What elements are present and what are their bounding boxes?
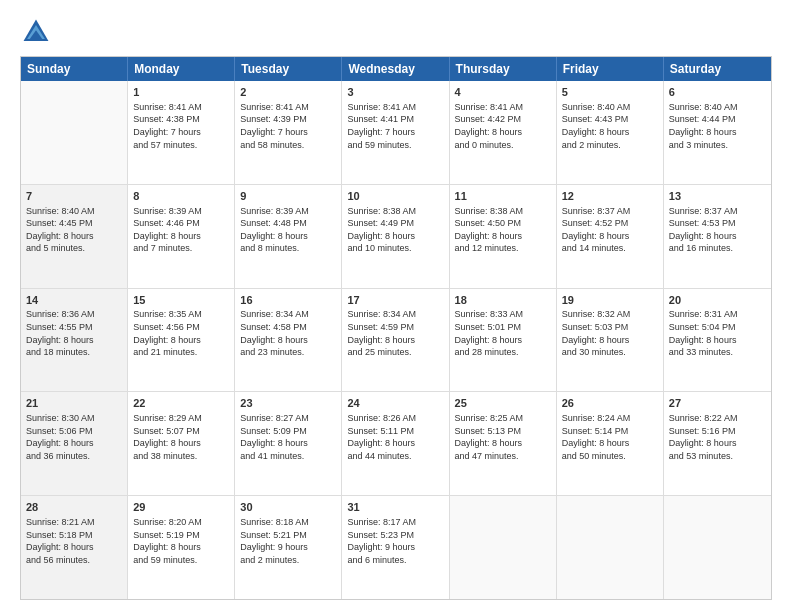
day-number: 4 xyxy=(455,85,551,100)
cell-info: Sunrise: 8:40 AMSunset: 4:43 PMDaylight:… xyxy=(562,101,658,151)
calendar-row-3: 21Sunrise: 8:30 AMSunset: 5:06 PMDayligh… xyxy=(21,392,771,496)
calendar-cell-1-0: 7Sunrise: 8:40 AMSunset: 4:45 PMDaylight… xyxy=(21,185,128,288)
calendar-cell-2-3: 17Sunrise: 8:34 AMSunset: 4:59 PMDayligh… xyxy=(342,289,449,392)
calendar-cell-1-2: 9Sunrise: 8:39 AMSunset: 4:48 PMDaylight… xyxy=(235,185,342,288)
calendar-cell-1-5: 12Sunrise: 8:37 AMSunset: 4:52 PMDayligh… xyxy=(557,185,664,288)
cell-info: Sunrise: 8:22 AMSunset: 5:16 PMDaylight:… xyxy=(669,412,766,462)
calendar-cell-4-4 xyxy=(450,496,557,599)
calendar-cell-4-0: 28Sunrise: 8:21 AMSunset: 5:18 PMDayligh… xyxy=(21,496,128,599)
calendar-cell-2-6: 20Sunrise: 8:31 AMSunset: 5:04 PMDayligh… xyxy=(664,289,771,392)
calendar-cell-3-1: 22Sunrise: 8:29 AMSunset: 5:07 PMDayligh… xyxy=(128,392,235,495)
cell-info: Sunrise: 8:27 AMSunset: 5:09 PMDaylight:… xyxy=(240,412,336,462)
day-number: 11 xyxy=(455,189,551,204)
cell-info: Sunrise: 8:41 AMSunset: 4:42 PMDaylight:… xyxy=(455,101,551,151)
day-number: 12 xyxy=(562,189,658,204)
calendar-row-0: 1Sunrise: 8:41 AMSunset: 4:38 PMDaylight… xyxy=(21,81,771,185)
cell-info: Sunrise: 8:29 AMSunset: 5:07 PMDaylight:… xyxy=(133,412,229,462)
cell-info: Sunrise: 8:38 AMSunset: 4:50 PMDaylight:… xyxy=(455,205,551,255)
calendar-cell-2-4: 18Sunrise: 8:33 AMSunset: 5:01 PMDayligh… xyxy=(450,289,557,392)
day-number: 31 xyxy=(347,500,443,515)
header xyxy=(20,16,772,48)
cell-info: Sunrise: 8:24 AMSunset: 5:14 PMDaylight:… xyxy=(562,412,658,462)
cell-info: Sunrise: 8:33 AMSunset: 5:01 PMDaylight:… xyxy=(455,308,551,358)
day-number: 17 xyxy=(347,293,443,308)
calendar-cell-4-3: 31Sunrise: 8:17 AMSunset: 5:23 PMDayligh… xyxy=(342,496,449,599)
calendar-cell-4-1: 29Sunrise: 8:20 AMSunset: 5:19 PMDayligh… xyxy=(128,496,235,599)
calendar-cell-0-0 xyxy=(21,81,128,184)
cell-info: Sunrise: 8:38 AMSunset: 4:49 PMDaylight:… xyxy=(347,205,443,255)
day-number: 20 xyxy=(669,293,766,308)
header-day-friday: Friday xyxy=(557,57,664,81)
cell-info: Sunrise: 8:25 AMSunset: 5:13 PMDaylight:… xyxy=(455,412,551,462)
cell-info: Sunrise: 8:40 AMSunset: 4:45 PMDaylight:… xyxy=(26,205,122,255)
day-number: 30 xyxy=(240,500,336,515)
calendar-cell-4-5 xyxy=(557,496,664,599)
day-number: 15 xyxy=(133,293,229,308)
calendar-cell-2-1: 15Sunrise: 8:35 AMSunset: 4:56 PMDayligh… xyxy=(128,289,235,392)
day-number: 1 xyxy=(133,85,229,100)
calendar-row-2: 14Sunrise: 8:36 AMSunset: 4:55 PMDayligh… xyxy=(21,289,771,393)
cell-info: Sunrise: 8:34 AMSunset: 4:58 PMDaylight:… xyxy=(240,308,336,358)
day-number: 10 xyxy=(347,189,443,204)
calendar-cell-3-2: 23Sunrise: 8:27 AMSunset: 5:09 PMDayligh… xyxy=(235,392,342,495)
cell-info: Sunrise: 8:31 AMSunset: 5:04 PMDaylight:… xyxy=(669,308,766,358)
cell-info: Sunrise: 8:37 AMSunset: 4:52 PMDaylight:… xyxy=(562,205,658,255)
day-number: 26 xyxy=(562,396,658,411)
calendar-body: 1Sunrise: 8:41 AMSunset: 4:38 PMDaylight… xyxy=(21,81,771,599)
calendar-cell-0-5: 5Sunrise: 8:40 AMSunset: 4:43 PMDaylight… xyxy=(557,81,664,184)
header-day-monday: Monday xyxy=(128,57,235,81)
cell-info: Sunrise: 8:39 AMSunset: 4:46 PMDaylight:… xyxy=(133,205,229,255)
cell-info: Sunrise: 8:41 AMSunset: 4:38 PMDaylight:… xyxy=(133,101,229,151)
day-number: 8 xyxy=(133,189,229,204)
day-number: 19 xyxy=(562,293,658,308)
calendar-cell-3-4: 25Sunrise: 8:25 AMSunset: 5:13 PMDayligh… xyxy=(450,392,557,495)
cell-info: Sunrise: 8:36 AMSunset: 4:55 PMDaylight:… xyxy=(26,308,122,358)
calendar-header: SundayMondayTuesdayWednesdayThursdayFrid… xyxy=(21,57,771,81)
calendar-cell-1-4: 11Sunrise: 8:38 AMSunset: 4:50 PMDayligh… xyxy=(450,185,557,288)
day-number: 5 xyxy=(562,85,658,100)
day-number: 25 xyxy=(455,396,551,411)
calendar-cell-2-5: 19Sunrise: 8:32 AMSunset: 5:03 PMDayligh… xyxy=(557,289,664,392)
calendar-row-4: 28Sunrise: 8:21 AMSunset: 5:18 PMDayligh… xyxy=(21,496,771,599)
day-number: 9 xyxy=(240,189,336,204)
calendar-cell-0-2: 2Sunrise: 8:41 AMSunset: 4:39 PMDaylight… xyxy=(235,81,342,184)
cell-info: Sunrise: 8:40 AMSunset: 4:44 PMDaylight:… xyxy=(669,101,766,151)
cell-info: Sunrise: 8:18 AMSunset: 5:21 PMDaylight:… xyxy=(240,516,336,566)
cell-info: Sunrise: 8:37 AMSunset: 4:53 PMDaylight:… xyxy=(669,205,766,255)
day-number: 27 xyxy=(669,396,766,411)
calendar-cell-2-2: 16Sunrise: 8:34 AMSunset: 4:58 PMDayligh… xyxy=(235,289,342,392)
cell-info: Sunrise: 8:34 AMSunset: 4:59 PMDaylight:… xyxy=(347,308,443,358)
cell-info: Sunrise: 8:20 AMSunset: 5:19 PMDaylight:… xyxy=(133,516,229,566)
day-number: 23 xyxy=(240,396,336,411)
cell-info: Sunrise: 8:17 AMSunset: 5:23 PMDaylight:… xyxy=(347,516,443,566)
logo xyxy=(20,16,56,48)
day-number: 28 xyxy=(26,500,122,515)
day-number: 16 xyxy=(240,293,336,308)
day-number: 7 xyxy=(26,189,122,204)
calendar-cell-3-6: 27Sunrise: 8:22 AMSunset: 5:16 PMDayligh… xyxy=(664,392,771,495)
logo-icon xyxy=(20,16,52,48)
calendar-cell-4-2: 30Sunrise: 8:18 AMSunset: 5:21 PMDayligh… xyxy=(235,496,342,599)
page: SundayMondayTuesdayWednesdayThursdayFrid… xyxy=(0,0,792,612)
day-number: 21 xyxy=(26,396,122,411)
calendar-cell-1-3: 10Sunrise: 8:38 AMSunset: 4:49 PMDayligh… xyxy=(342,185,449,288)
day-number: 24 xyxy=(347,396,443,411)
calendar-cell-0-6: 6Sunrise: 8:40 AMSunset: 4:44 PMDaylight… xyxy=(664,81,771,184)
calendar-cell-0-1: 1Sunrise: 8:41 AMSunset: 4:38 PMDaylight… xyxy=(128,81,235,184)
calendar-cell-2-0: 14Sunrise: 8:36 AMSunset: 4:55 PMDayligh… xyxy=(21,289,128,392)
header-day-sunday: Sunday xyxy=(21,57,128,81)
day-number: 18 xyxy=(455,293,551,308)
calendar-cell-0-4: 4Sunrise: 8:41 AMSunset: 4:42 PMDaylight… xyxy=(450,81,557,184)
calendar-cell-4-6 xyxy=(664,496,771,599)
header-day-tuesday: Tuesday xyxy=(235,57,342,81)
calendar-cell-1-1: 8Sunrise: 8:39 AMSunset: 4:46 PMDaylight… xyxy=(128,185,235,288)
cell-info: Sunrise: 8:30 AMSunset: 5:06 PMDaylight:… xyxy=(26,412,122,462)
header-day-thursday: Thursday xyxy=(450,57,557,81)
cell-info: Sunrise: 8:41 AMSunset: 4:41 PMDaylight:… xyxy=(347,101,443,151)
header-day-saturday: Saturday xyxy=(664,57,771,81)
day-number: 22 xyxy=(133,396,229,411)
calendar-cell-0-3: 3Sunrise: 8:41 AMSunset: 4:41 PMDaylight… xyxy=(342,81,449,184)
cell-info: Sunrise: 8:35 AMSunset: 4:56 PMDaylight:… xyxy=(133,308,229,358)
day-number: 13 xyxy=(669,189,766,204)
day-number: 29 xyxy=(133,500,229,515)
